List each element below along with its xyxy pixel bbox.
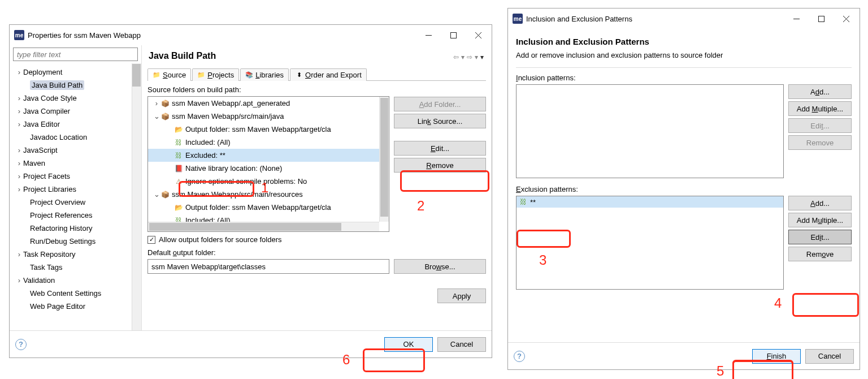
sidebar-item[interactable]: ›Validation (10, 274, 141, 287)
source-tree-row[interactable]: ⛓Excluded: ** (148, 149, 379, 162)
remove-button[interactable]: Remove (394, 158, 486, 173)
forward-menu-icon[interactable]: ▾ (475, 53, 478, 61)
sidebar-item[interactable]: ›Java Compiler (10, 105, 141, 118)
filter-icon: ⛓ (174, 138, 183, 147)
sidebar-item[interactable]: ›Run/Debug Settings (10, 235, 141, 248)
source-tree-row[interactable]: 📂Output folder: ssm Maven Webapp/target/… (148, 123, 379, 136)
default-output-input[interactable]: ssm Maven Webapp\target\classes (147, 259, 389, 274)
back-icon[interactable]: ⇦ (453, 53, 459, 61)
edit-button[interactable]: Edit... (394, 141, 486, 156)
tab-libraries-label: ibraries (259, 71, 284, 79)
minimize-button[interactable] (416, 27, 441, 44)
minimize-button-2[interactable] (784, 10, 809, 27)
source-tree-row[interactable]: ⌄📦ssm Maven Webapp/src/main/resources (148, 188, 379, 201)
source-tree-label: ssm Maven Webapp/src/main/java (172, 112, 284, 120)
source-tree-label: Output folder: ssm Maven Webapp/target/c… (185, 203, 331, 212)
sidebar-item[interactable]: ›Web Content Settings (10, 287, 141, 300)
sidebar-item-label: Maven (23, 159, 45, 167)
sidebar-item[interactable]: ›JavaScript (10, 144, 141, 157)
sidebar-item[interactable]: ›Web Page Editor (10, 300, 141, 313)
ok-button[interactable]: OK (384, 337, 433, 352)
titlebar[interactable]: me Properties for ssm Maven Webapp (10, 25, 492, 45)
browse-button[interactable]: Browse... (394, 259, 486, 274)
filter-icon: ⛓ (519, 197, 528, 206)
dialog-footer: ? OK Cancel (10, 330, 492, 358)
source-tree-row[interactable]: 📂Output folder: ssm Maven Webapp/target/… (148, 201, 379, 214)
finish-button[interactable]: Finish (752, 349, 801, 364)
source-tree[interactable]: ›📦ssm Maven Webapp/.apt_generated⌄📦ssm M… (147, 96, 389, 232)
sidebar-item[interactable]: ›Project References (10, 209, 141, 222)
chevron-right-icon: › (15, 68, 23, 76)
source-tree-row[interactable]: ›📦ssm Maven Webapp/.apt_generated (148, 97, 379, 110)
tab-projects[interactable]: 📁Projects (192, 68, 239, 81)
titlebar-2[interactable]: me Inclusion and Exclusion Patterns (508, 8, 860, 29)
tree-scrollbar[interactable] (132, 63, 141, 330)
back-menu-icon[interactable]: ▾ (461, 53, 465, 61)
cancel-button[interactable]: Cancel (437, 337, 486, 352)
sidebar-item-label: Web Page Editor (30, 302, 85, 311)
allow-output-checkbox[interactable]: ✓ (147, 236, 155, 244)
maximize-button[interactable] (441, 27, 466, 44)
sidebar-item[interactable]: ›Java Build Path (10, 79, 141, 92)
chevron-right-icon: › (15, 107, 23, 115)
sidebar-item[interactable]: ›Refactoring History (10, 222, 141, 235)
patterns-subtitle: Add or remove inclusion and exclusion pa… (516, 51, 852, 59)
close-button[interactable] (466, 27, 491, 44)
sidebar-item[interactable]: ›Javadoc Location (10, 131, 141, 144)
add-folder-button[interactable]: Add Folder... (394, 97, 486, 111)
tab-source[interactable]: 📁Source (147, 68, 191, 81)
source-tree-row[interactable]: ⌄📦ssm Maven Webapp/src/main/java (148, 110, 379, 123)
excl-add-multiple-button[interactable]: Add Multiple... (788, 213, 852, 227)
link-source-button[interactable]: Link Source... (394, 114, 486, 128)
help-icon[interactable]: ? (15, 339, 27, 350)
source-tree-row[interactable]: 📕Native library location: (None) (148, 162, 379, 175)
sidebar-item[interactable]: ›Java Editor (10, 118, 141, 131)
sidebar-item[interactable]: ›Project Facets (10, 170, 141, 183)
page-main: Java Build Path ⇦ ▾ ⇨ ▾ ▾ 📁Source 📁Proje… (142, 45, 492, 330)
chevron-right-icon: › (15, 250, 23, 259)
excl-remove-button[interactable]: Remove (788, 247, 852, 261)
category-tree[interactable]: ›Deployment›Java Build Path›Java Code St… (10, 63, 141, 330)
sidebar-item[interactable]: ›Deployment (10, 66, 141, 79)
maximize-button-2[interactable] (809, 10, 834, 27)
source-tree-row[interactable]: ⛓Included: (All) (148, 136, 379, 149)
sidebar-item[interactable]: ›Java Code Style (10, 92, 141, 105)
inclusion-list[interactable] (516, 84, 784, 178)
page-nav-icons[interactable]: ⇦ ▾ ⇨ ▾ ▾ (453, 53, 486, 61)
incl-edit-button[interactable]: Edit... (788, 118, 852, 133)
sidebar-item[interactable]: ›Project Overview (10, 196, 141, 209)
sidebar-item[interactable]: ›Project Libraries (10, 183, 141, 196)
source-tree-row[interactable]: ⚠Ignore optional compile problems: No (148, 175, 379, 188)
source-tree-row[interactable]: ⛓Included: (All) (148, 214, 379, 222)
tab-order[interactable]: ⬍Order and Export (290, 68, 367, 81)
library-icon: 📕 (174, 164, 183, 173)
excl-add-button[interactable]: Add... (788, 196, 852, 210)
source-vscrollbar[interactable] (379, 97, 389, 222)
sidebar-item[interactable]: ›Task Tags (10, 261, 141, 274)
view-menu-icon[interactable]: ▾ (480, 53, 484, 61)
help-icon-2[interactable]: ? (514, 351, 525, 362)
tab-source-label: ource (168, 71, 186, 79)
incl-remove-button[interactable]: Remove (788, 135, 852, 150)
sidebar-item-label: Deployment (23, 68, 62, 76)
source-hscrollbar[interactable] (148, 222, 379, 231)
excl-edit-button[interactable]: Edit... (788, 230, 852, 244)
chevron-right-icon: › (15, 120, 23, 128)
source-tab-icon: 📁 (153, 71, 160, 79)
exclusion-item[interactable]: ⛓ ** (517, 196, 783, 208)
filter-text-input[interactable] (13, 48, 138, 61)
source-tree-label: ssm Maven Webapp/.apt_generated (172, 99, 290, 107)
incl-add-multiple-button[interactable]: Add Multiple... (788, 101, 852, 116)
apply-button[interactable]: Apply (437, 288, 486, 303)
close-button-2[interactable] (834, 10, 858, 27)
forward-icon[interactable]: ⇨ (467, 53, 472, 61)
svg-rect-1 (450, 32, 456, 38)
exclusion-item-label: ** (530, 198, 536, 206)
default-output-value: ssm Maven Webapp\target\classes (151, 262, 266, 271)
tab-libraries[interactable]: 📚Libraries (240, 68, 289, 81)
exclusion-list[interactable]: ⛓ ** (516, 196, 784, 290)
cancel-button-2[interactable]: Cancel (805, 349, 854, 364)
sidebar-item[interactable]: ›Maven (10, 157, 141, 170)
sidebar-item[interactable]: ›Task Repository (10, 248, 141, 261)
incl-add-button[interactable]: Add... (788, 84, 852, 99)
